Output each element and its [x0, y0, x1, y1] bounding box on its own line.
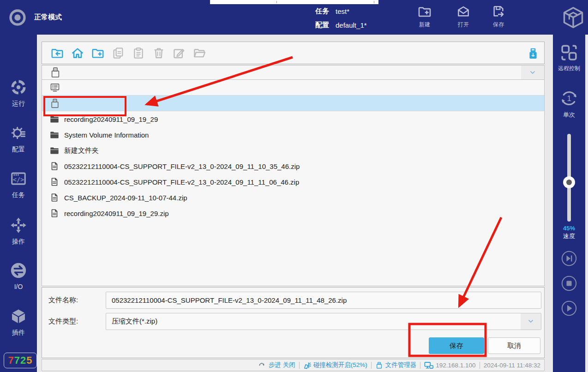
delete-button[interactable]	[152, 46, 166, 60]
play-button[interactable]	[561, 300, 577, 316]
sidebar-item-label: I/O	[14, 283, 23, 290]
network-icon	[424, 361, 433, 369]
new-task-button[interactable]: 新建	[410, 4, 439, 32]
open-task-label: 打开	[458, 21, 469, 29]
list-item-folder[interactable]: 新建文件夹	[42, 143, 544, 158]
file-type-select[interactable]: 压缩文件(*.zip)	[106, 313, 541, 330]
copy-icon	[111, 46, 125, 60]
save-task-label: 保存	[493, 21, 504, 29]
new-folder-button[interactable]	[91, 46, 105, 60]
save-task-button[interactable]: 保存	[484, 4, 513, 32]
list-item-folder[interactable]: System Volume Information	[42, 127, 544, 143]
computer-icon	[49, 82, 60, 93]
collision-detection-icon	[303, 361, 311, 369]
file-list: recording20240911_09_19_29 System Volume…	[42, 79, 545, 286]
single-run-button[interactable]: 单次	[553, 88, 585, 119]
app-cube-logo-icon	[561, 4, 585, 31]
io-icon	[10, 262, 27, 279]
separator	[480, 362, 480, 369]
sidebar-item-label: 任务	[12, 191, 25, 199]
task-info: 任务 test* 配置 default_1*	[315, 5, 367, 33]
home-button[interactable]	[71, 46, 84, 60]
stop-icon	[561, 276, 577, 291]
folder-back-button[interactable]	[50, 46, 64, 60]
status-bar: 步进 关闭 碰撞检测开启(52%) 文件管理器 192.168.1.100 20…	[42, 359, 545, 371]
skip-next-icon	[561, 251, 577, 266]
file-icon	[49, 192, 60, 203]
open-folder-button[interactable]	[192, 46, 206, 60]
list-item-file[interactable]: 05232212110004-CS_SUPPORT_FILE-v2_13_0-2…	[42, 158, 544, 174]
save-task-icon	[491, 4, 506, 19]
list-item-file[interactable]: CS_BACKUP_2024-09-11_10-07-44.zip	[42, 190, 544, 205]
list-item-folder[interactable]: recording20240911_09_19_29	[42, 111, 544, 127]
collision-detection-status[interactable]: 碰撞检测开启(52%)	[303, 361, 367, 369]
sidebar-item-run[interactable]: 运行	[0, 78, 37, 114]
task-value: test*	[336, 7, 349, 15]
sidebar-item-io[interactable]: I/O	[0, 262, 37, 298]
path-selector-dropdown[interactable]	[42, 65, 545, 80]
run-icon	[10, 78, 27, 96]
sidebar-item-config[interactable]: 配置	[0, 124, 37, 160]
step-mode-status[interactable]: 步进 关闭	[258, 361, 295, 369]
copy-button[interactable]	[111, 46, 125, 60]
counter-badge: 7725	[4, 353, 37, 368]
list-item-usb-drive[interactable]	[42, 96, 544, 111]
usb-device-button[interactable]	[527, 47, 540, 60]
list-item-file[interactable]: 05232212110004-CS_SUPPORT_FILE-v2_13_0-2…	[42, 174, 544, 190]
sidebar-item-task[interactable]: 任务	[0, 170, 37, 206]
plugin-cube-icon	[10, 307, 27, 325]
rename-button[interactable]	[172, 46, 186, 60]
ip-address: 192.168.1.100	[424, 361, 475, 369]
speed-label: 速度	[553, 232, 585, 240]
file-name-input[interactable]	[106, 292, 541, 309]
file-icon	[49, 177, 60, 187]
folder-icon	[49, 130, 60, 140]
sidebar-item-label: 配置	[12, 145, 25, 154]
robot-teach-pendant-app: 正常模式 任务 test* 配置 default_1* 新建 打开 保存	[0, 0, 588, 372]
open-folder-icon	[192, 46, 206, 60]
list-item-local-computer[interactable]	[42, 80, 544, 96]
stop-button[interactable]	[561, 276, 577, 291]
skip-next-button[interactable]	[561, 251, 577, 266]
file-toolbar	[42, 42, 545, 64]
path-dropdown-chevron[interactable]	[521, 66, 544, 79]
sidebar-item-plugin[interactable]: 插件	[0, 307, 37, 343]
open-task-icon	[456, 4, 471, 19]
file-type-chevron[interactable]	[521, 313, 541, 330]
task-code-icon	[10, 170, 27, 187]
step-icon	[258, 361, 266, 369]
paste-button[interactable]	[132, 46, 145, 60]
left-sidebar: 运行 配置 任务 操作 I/O 插件 7725	[0, 35, 37, 372]
single-run-icon	[559, 88, 579, 108]
file-icon	[49, 208, 60, 218]
speed-slider-thumb[interactable]	[563, 176, 575, 188]
top-white-strip	[210, 0, 378, 4]
brand: 正常模式	[8, 0, 62, 35]
usb-drive-icon	[527, 47, 540, 60]
sidebar-item-operate[interactable]: 操作	[0, 216, 37, 252]
mode-label: 正常模式	[34, 13, 62, 22]
save-button[interactable]: 保存	[429, 337, 484, 354]
chevron-down-icon	[527, 318, 534, 325]
single-run-label: 单次	[563, 111, 575, 119]
cancel-button[interactable]: 取消	[488, 337, 540, 354]
config-gear-icon	[10, 124, 27, 142]
datetime: 2024-09-11 11:48:32	[484, 362, 540, 369]
remote-control-button[interactable]: 远程控制	[553, 43, 585, 72]
home-icon	[71, 46, 84, 60]
config-label: 配置	[315, 21, 329, 30]
remote-control-icon	[559, 43, 579, 62]
delete-icon	[152, 46, 166, 60]
folder-back-icon	[50, 46, 64, 60]
file-manager-panel: recording20240911_09_19_29 System Volume…	[37, 35, 553, 372]
jog-move-icon	[10, 216, 27, 234]
speed-value: 45%	[553, 225, 585, 232]
open-task-button[interactable]: 打开	[449, 4, 478, 32]
list-item-file[interactable]: recording20240911_09_19_29.zip	[42, 205, 544, 221]
usb-drive-icon	[49, 66, 61, 78]
file-icon	[49, 161, 60, 171]
new-folder-icon	[91, 46, 105, 60]
new-task-label: 新建	[419, 21, 430, 29]
save-dialog-form: 文件名称: 文件类型: 压缩文件(*.zip) 保存 取消	[42, 287, 545, 358]
file-manager-status[interactable]: 文件管理器	[375, 361, 417, 369]
